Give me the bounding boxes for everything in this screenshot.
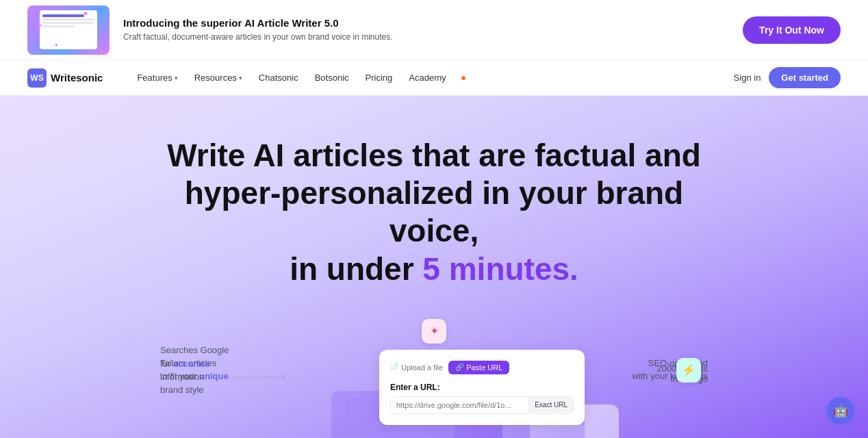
banner-cta-button[interactable]: Try It Out Now (743, 16, 841, 44)
tab-paste-url[interactable]: 🔗 Paste URL (448, 361, 509, 374)
hero-title-line2: hyper-personalized in your brand voice, (185, 175, 683, 248)
nav-notification-dot (461, 76, 465, 80)
decoration-star-left: ✦ (34, 19, 43, 32)
banner-headline: Introducing the superior AI Article Writ… (123, 17, 729, 29)
url-input-row: Exact URL (390, 396, 574, 414)
feature-google: Searches Google for accurate information (160, 344, 229, 384)
announcement-banner: ✦ ✦ ● Introducing the superior AI Articl… (0, 0, 868, 60)
url-card-tabs: 📄 Upload a file 🔗 Paste URL (390, 361, 574, 374)
nav-chatsonic-label: Chatsonic (259, 73, 298, 83)
hero-title: Write AI articles that are factual and h… (160, 137, 708, 288)
floater-icon-right: ⚡ (676, 358, 701, 383)
url-input-field[interactable] (391, 397, 528, 413)
url-input-card: 📄 Upload a file 🔗 Paste URL Enter a URL:… (379, 350, 585, 425)
nav-item-academy[interactable]: Academy (402, 68, 452, 87)
chat-widget-button[interactable]: 🤖 (827, 397, 854, 424)
lightning-icon: ⚡ (682, 363, 695, 376)
nav-pricing-label: Pricing (366, 73, 393, 83)
logo-text: Writesonic (51, 72, 103, 83)
nav-botsonic-label: Botsonic (315, 73, 349, 83)
nav-resources-label: Resources (194, 73, 237, 83)
hero-section: Write AI articles that are factual and h… (0, 96, 868, 438)
sign-in-button[interactable]: Sign in (734, 73, 761, 83)
banner-subtext: Craft factual, document-aware articles i… (123, 31, 729, 43)
nav-item-resources[interactable]: Resources ▾ (188, 68, 249, 87)
accurate-text: accurate (173, 359, 209, 369)
nav-links: Features ▾ Resources ▾ Chatsonic Botsoni… (130, 68, 733, 87)
chevron-down-icon: ▾ (175, 75, 178, 81)
nav-item-botsonic[interactable]: Botsonic (308, 68, 356, 87)
nav-item-features[interactable]: Features ▾ (130, 68, 184, 87)
link-icon: 🔗 (455, 363, 463, 371)
url-card-wrapper: 📄 Upload a file 🔗 Paste URL Enter a URL:… (324, 336, 544, 411)
nav-features-label: Features (137, 73, 172, 83)
nav-academy-label: Academy (409, 73, 446, 83)
hero-title-line3: in under (290, 251, 422, 287)
hero-demo-area: Tailors articles to fit your unique bran… (27, 329, 841, 411)
demo-container: Tailors articles to fit your unique bran… (126, 329, 742, 411)
chat-bot-icon: 🤖 (833, 403, 848, 418)
file-icon: 📄 (390, 363, 398, 371)
banner-product-image: ✦ ✦ ● (27, 5, 110, 55)
tab-upload-file[interactable]: 📄 Upload a file (390, 361, 443, 374)
hero-title-line1: Write AI articles that are factual and (167, 138, 701, 173)
chevron-down-icon: ▾ (239, 75, 242, 81)
decoration-star-right: ✦ (82, 9, 89, 18)
url-field-label: Enter a URL: (390, 383, 574, 392)
nav-item-chatsonic[interactable]: Chatsonic (252, 68, 305, 87)
url-type-button[interactable]: Exact URL (528, 397, 573, 413)
hero-title-highlight: 5 minutes. (422, 251, 578, 287)
get-started-button[interactable]: Get started (769, 67, 841, 88)
logo-icon: WS (27, 68, 47, 88)
nav-item-pricing[interactable]: Pricing (359, 68, 400, 87)
decoration-star-bottom: ● (55, 42, 58, 48)
banner-text-block: Introducing the superior AI Article Writ… (123, 17, 729, 43)
logo[interactable]: WS Writesonic (27, 68, 103, 88)
nav-actions: Sign in Get started (734, 67, 841, 88)
navbar: WS Writesonic Features ▾ Resources ▾ Cha… (0, 60, 868, 96)
